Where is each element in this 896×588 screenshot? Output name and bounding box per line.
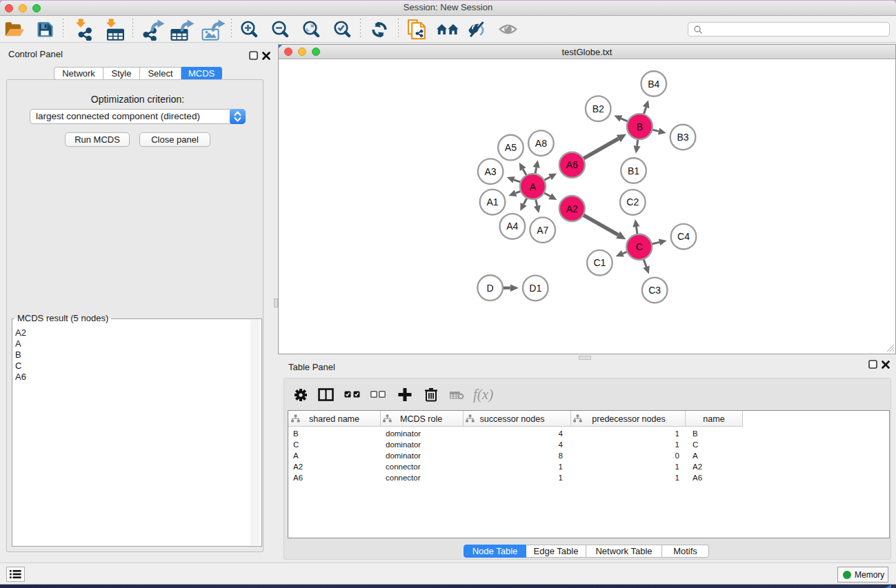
- svg-text:A3: A3: [485, 166, 497, 177]
- svg-text:D1: D1: [529, 283, 541, 294]
- svg-text:C2: C2: [626, 196, 639, 207]
- svg-text:C3: C3: [648, 285, 661, 296]
- svg-text:D: D: [487, 283, 494, 294]
- svg-text:B4: B4: [648, 79, 659, 90]
- svg-text:A2: A2: [566, 203, 578, 214]
- svg-text:A: A: [530, 181, 537, 192]
- svg-text:B2: B2: [593, 103, 604, 114]
- svg-text:C: C: [636, 241, 643, 252]
- svg-text:C1: C1: [593, 257, 606, 268]
- svg-text:B1: B1: [628, 165, 639, 176]
- svg-text:B: B: [637, 121, 643, 132]
- svg-text:A1: A1: [486, 196, 498, 207]
- svg-text:C4: C4: [677, 231, 690, 242]
- svg-text:A4: A4: [506, 221, 518, 232]
- svg-text:A7: A7: [537, 225, 548, 236]
- svg-text:A5: A5: [505, 142, 517, 153]
- svg-text:A8: A8: [535, 138, 547, 149]
- svg-text:B3: B3: [677, 132, 688, 143]
- svg-text:A6: A6: [566, 159, 578, 170]
